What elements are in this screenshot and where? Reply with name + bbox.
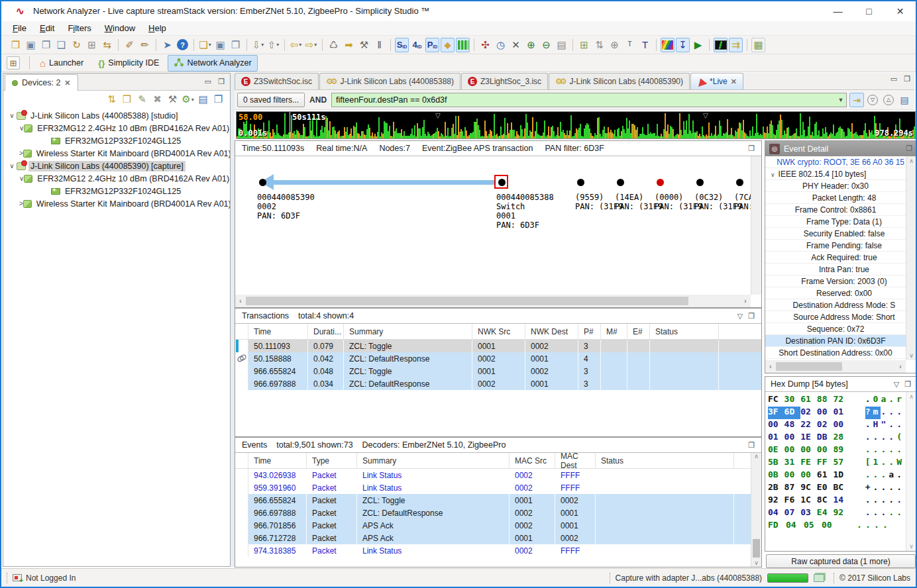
- disconnect-icon[interactable]: ✏: [138, 38, 152, 52]
- detail-horizontal-scrollbar[interactable]: ‹ ›: [765, 360, 906, 373]
- waveform-icon[interactable]: [714, 38, 728, 52]
- tree-item[interactable]: ∨EFR32MG12 2.4GHz 10 dBm (BRD4162A Rev A…: [3, 172, 230, 185]
- event-row[interactable]: 943.026938PacketLink Status0002FFFF: [235, 469, 751, 481]
- scroll-up-icon[interactable]: ∧: [751, 453, 761, 460]
- chevron-down-icon[interactable]: ∨: [7, 112, 17, 119]
- close-icon[interactable]: ✕: [731, 77, 737, 86]
- show-source-id-icon[interactable]: SID: [395, 38, 409, 52]
- connect-icon[interactable]: ✐: [123, 38, 136, 52]
- map-canvas[interactable]: 000440085390 0002 PAN: 6D3F000440085388 …: [235, 156, 751, 295]
- column-header-status[interactable]: Status: [596, 453, 734, 468]
- show-pan-id-icon[interactable]: PID: [425, 38, 439, 52]
- scroll-up-icon[interactable]: ∧: [909, 158, 914, 164]
- tab-j-link-silicon-labs-440085390-[interactable]: ⚙⚙J-Link Silicon Labs (440085390): [549, 73, 690, 89]
- tab-j-link-silicon-labs-440085388-[interactable]: ⚙⚙J-Link Silicon Labs (440085388): [319, 73, 460, 89]
- timeline-marker-icon[interactable]: ▽: [435, 112, 441, 119]
- transaction-row[interactable]: 966.6558240.048ZCL: Toggle000100023: [235, 365, 761, 377]
- column-header-mac-dest[interactable]: MAC Dest: [555, 453, 596, 468]
- topology-icon[interactable]: ✣: [478, 38, 492, 52]
- chevron-right-icon[interactable]: >: [19, 200, 23, 207]
- view-menu-icon[interactable]: ▽: [737, 312, 743, 320]
- large-text-icon[interactable]: T: [638, 38, 652, 52]
- reorder-nodes-icon[interactable]: ⇅: [592, 38, 606, 52]
- column-header-time[interactable]: Time: [248, 324, 308, 339]
- preferences-icon[interactable]: ⚒: [166, 92, 180, 107]
- chevron-down-icon[interactable]: ▼: [836, 97, 846, 103]
- save-all-icon[interactable]: ❐: [39, 38, 53, 52]
- scroll-thumb[interactable]: [753, 539, 760, 558]
- event-row[interactable]: 974.318385PacketLink Status0002FFFF: [235, 544, 751, 557]
- detail-row[interactable]: PHY Header: 0x30: [765, 180, 906, 192]
- tools-icon[interactable]: ⚒: [357, 38, 371, 52]
- zoom-in-icon[interactable]: ⊕: [524, 38, 538, 52]
- back-icon[interactable]: ⇦▾: [289, 38, 303, 52]
- context-help-icon[interactable]: ➤: [160, 38, 174, 52]
- help-icon[interactable]: ?: [176, 38, 189, 52]
- hex-row[interactable]: 2B879CE0BC+....: [768, 482, 904, 495]
- hex-row[interactable]: 040703E492.....: [768, 507, 904, 520]
- scroll-down-icon[interactable]: ∨: [751, 560, 761, 566]
- save2-icon[interactable]: ▣: [213, 38, 227, 52]
- detail-row[interactable]: Frame Pending: false: [765, 240, 906, 252]
- chevron-down-icon[interactable]: ∨: [19, 124, 24, 132]
- scroll-down-icon[interactable]: ∨: [909, 543, 914, 550]
- go-to-icon[interactable]: ➡: [342, 38, 356, 52]
- new-wizard-icon[interactable]: ❏▾: [198, 38, 212, 52]
- maximize-view-icon[interactable]: ❒: [748, 441, 755, 450]
- save-all2-icon[interactable]: ❐: [229, 38, 243, 52]
- detail-row[interactable]: Frame Control: 0x8861: [765, 204, 906, 216]
- detail-row[interactable]: Source Address Mode: Short: [765, 311, 906, 323]
- tree-item[interactable]: EFR32MG12P332F1024GL125: [3, 134, 230, 147]
- tab-z3lightsoc-3-isc[interactable]: EZ3LightSoc_3.isc: [461, 73, 548, 89]
- column-header-type[interactable]: Type: [307, 453, 357, 468]
- column-header-summary[interactable]: Summary: [344, 324, 472, 339]
- column-header-e#[interactable]: E#: [627, 324, 650, 339]
- filter-doc-icon[interactable]: ▤: [897, 93, 912, 107]
- save-icon[interactable]: ▣: [24, 38, 38, 52]
- column-header-status[interactable]: Status: [650, 324, 719, 339]
- table-view-icon[interactable]: ▤: [196, 92, 210, 107]
- switch-adapter-icon[interactable]: ⇆: [100, 38, 114, 52]
- menu-window[interactable]: Window: [99, 22, 141, 34]
- compare-icon[interactable]: ⇉: [729, 38, 743, 52]
- export-icon[interactable]: ⇧▾: [266, 38, 280, 52]
- network-node[interactable]: [259, 179, 266, 186]
- close-button[interactable]: ✕: [885, 1, 916, 21]
- hex-row[interactable]: 5B31FEFF57[1..W: [768, 457, 904, 469]
- hex-row[interactable]: 0B0000611D...a.: [768, 469, 904, 482]
- open-perspective-icon[interactable]: ⊞: [7, 56, 20, 70]
- small-text-icon[interactable]: ᵀ: [623, 38, 637, 52]
- settings-icon[interactable]: ⚙▾: [181, 92, 195, 107]
- scroll-down-icon[interactable]: ∨: [909, 352, 914, 359]
- column-header-nwk-src[interactable]: NWK Src: [472, 324, 525, 339]
- forward-icon[interactable]: ⇨▾: [304, 38, 318, 52]
- close-icon[interactable]: ✕: [64, 79, 70, 87]
- apply-filter-icon[interactable]: ⇥: [849, 93, 864, 107]
- raw-captured-data-button[interactable]: Raw captured data (1 more): [766, 554, 916, 568]
- tree-item[interactable]: EFR32MG12P332F1024GL125: [3, 185, 230, 197]
- tree-item[interactable]: >Wireless Starter Kit Mainboard (BRD4001…: [3, 197, 230, 210]
- detail-row[interactable]: Short Destination Address: 0x00: [765, 347, 906, 359]
- background-jobs-icon[interactable]: [814, 574, 824, 582]
- perspective-network-analyzer[interactable]: Network Analyzer: [168, 55, 257, 72]
- detail-vertical-scrollbar[interactable]: ∧ ∨: [906, 156, 916, 360]
- signal-bars-icon[interactable]: [456, 38, 470, 52]
- trash-icon[interactable]: ♺: [327, 38, 341, 52]
- view-menu-icon[interactable]: ▽: [894, 380, 899, 389]
- hex-row[interactable]: 0E00000089.....: [768, 444, 904, 457]
- tree-item[interactable]: ∨EFR32MG12 2.4GHz 10 dBm (BRD4162A Rev A…: [3, 122, 230, 134]
- network-node[interactable]: [498, 179, 506, 186]
- maximize-view-icon[interactable]: ❒: [906, 144, 912, 153]
- download-icon[interactable]: ↧: [676, 38, 690, 52]
- menu-filters[interactable]: Filters: [62, 22, 97, 34]
- filter-input[interactable]: [332, 95, 836, 105]
- column-header-summary[interactable]: Summary: [357, 453, 510, 468]
- hex-vertical-scrollbar[interactable]: ∧ ∨: [906, 392, 916, 551]
- event-row[interactable]: 966.697888PacketZCL: DefaultResponse0002…: [235, 507, 751, 519]
- event-row[interactable]: 966.655824PacketZCL: Toggle00010002: [235, 494, 751, 507]
- transaction-row[interactable]: 966.6978880.034ZCL: DefaultResponse00020…: [235, 377, 761, 390]
- minimize-button[interactable]: —: [822, 1, 853, 21]
- network-node[interactable]: [696, 179, 704, 186]
- maximize-view-icon[interactable]: ❒: [904, 380, 911, 389]
- network-node[interactable]: [577, 179, 584, 186]
